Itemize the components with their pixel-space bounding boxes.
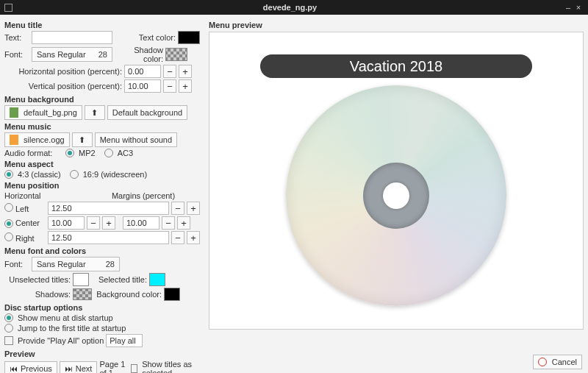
pos-left-radio[interactable] — [4, 203, 13, 212]
play-all-input[interactable] — [106, 334, 143, 347]
vpos-plus[interactable]: + — [179, 79, 192, 93]
shadows-label: Shadows: — [4, 290, 71, 299]
ac3-label: AC3 — [118, 149, 133, 157]
bgcolor-label: Background color: — [94, 290, 162, 299]
margin-left-plus[interactable]: + — [187, 202, 200, 215]
menu-title-heading: Menu title — [4, 21, 200, 29]
preview-panel: Menu preview Vacation 2018 Cancel — [204, 15, 588, 373]
margin-right-minus[interactable]: − — [171, 231, 184, 244]
play-all-label: Provide "Play All" option — [18, 336, 104, 345]
shadow-color-swatch[interactable] — [165, 48, 187, 61]
mp2-radio[interactable] — [65, 149, 74, 157]
margin-right-value[interactable]: 12.50 — [48, 231, 169, 244]
default-bg-button[interactable]: Default background — [107, 105, 187, 120]
margin-left-value[interactable]: 12.50 — [48, 202, 169, 215]
disc-startup-heading: Disc startup options — [4, 303, 200, 312]
preview-heading: Preview — [4, 349, 200, 358]
bg-file-button[interactable]: default_bg.png — [4, 105, 82, 120]
title-font-button[interactable]: Sans Regular 28 — [32, 47, 112, 62]
disc-icon — [286, 85, 506, 306]
hpos-plus[interactable]: + — [179, 65, 192, 78]
menu-font-heading: Menu font and colors — [4, 246, 200, 255]
shadow-color-label: Shadow color: — [115, 46, 163, 63]
aspect-169-label: 16:9 (widescreen) — [83, 170, 147, 179]
vpos-value[interactable]: 10.00 — [124, 79, 161, 93]
unselected-label: Unselected titles: — [4, 275, 71, 284]
menu-bg-heading: Menu background — [4, 95, 200, 104]
show-menu-label: Show menu at disk startup — [18, 313, 113, 322]
hpos-minus[interactable]: − — [163, 65, 176, 78]
cancel-icon — [538, 358, 547, 366]
bg-upload-button[interactable]: ⬆ — [85, 105, 105, 120]
minimize-button[interactable]: – — [563, 3, 573, 12]
selected-label: Selected title: — [91, 275, 147, 284]
unselected-swatch[interactable] — [73, 273, 89, 286]
prev-button[interactable]: ⏮Previous — [4, 361, 57, 373]
pos-right-radio[interactable] — [4, 232, 13, 241]
center-v-value[interactable]: 10.00 — [123, 216, 159, 230]
text-label: Text: — [4, 33, 29, 42]
play-all-checkbox[interactable] — [4, 336, 13, 345]
menu-font-button[interactable]: Sans Regular28 — [32, 257, 120, 271]
center-h-value[interactable]: 10.00 — [48, 216, 85, 230]
titlebar: devede_ng.py – × — [0, 0, 588, 15]
window-title: devede_ng.py — [17, 3, 563, 12]
font2-label: Font: — [4, 260, 29, 269]
image-file-icon — [10, 107, 18, 118]
close-button[interactable]: × — [573, 3, 584, 12]
cancel-button[interactable]: Cancel — [533, 355, 582, 369]
audio-format-label: Audio format: — [4, 149, 63, 157]
settings-panel: Menu title Text: Text color: Font: Sans … — [0, 15, 204, 373]
music-upload-button[interactable]: ⬆ — [72, 132, 93, 147]
horiz-label: Horizontal — [4, 191, 46, 200]
menu-aspect-heading: Menu aspect — [4, 160, 200, 168]
menu-preview-heading: Menu preview — [209, 21, 584, 29]
center-h-plus[interactable]: + — [102, 216, 115, 230]
show-selected-label: Show titles as selected — [142, 360, 200, 373]
jump-first-label: Jump to the first title at startup — [18, 324, 126, 333]
upload-icon: ⬆ — [90, 107, 100, 118]
next-button[interactable]: ⏭Next — [60, 361, 98, 373]
upload-icon: ⬆ — [77, 135, 87, 145]
aspect-169-radio[interactable] — [70, 170, 79, 179]
title-text-input[interactable] — [32, 31, 112, 44]
page-label: Page 1 of 1 — [99, 360, 129, 373]
mp2-label: MP2 — [79, 149, 96, 157]
jump-first-radio[interactable] — [4, 324, 13, 333]
pos-center-radio[interactable] — [4, 219, 13, 228]
audio-file-icon — [10, 135, 18, 145]
aspect-43-radio[interactable] — [4, 170, 13, 179]
center-v-minus[interactable]: − — [162, 216, 175, 230]
menu-position-heading: Menu position — [4, 181, 200, 190]
margin-right-plus[interactable]: + — [187, 231, 200, 244]
show-selected-checkbox[interactable] — [131, 364, 137, 373]
text-color-label: Text color: — [127, 33, 176, 42]
next-icon: ⏭ — [65, 364, 73, 373]
hpos-value[interactable]: 0.00 — [124, 65, 161, 78]
hpos-label: Horizontal position (percent): — [4, 67, 122, 76]
font-label: Font: — [4, 50, 29, 59]
margins-label: Margins (percent) — [87, 191, 200, 200]
text-color-swatch[interactable] — [178, 31, 200, 44]
window-icon — [4, 4, 12, 12]
prev-icon: ⏮ — [10, 364, 18, 373]
vpos-minus[interactable]: − — [163, 79, 176, 93]
center-h-minus[interactable]: − — [87, 216, 100, 230]
ac3-radio[interactable] — [104, 149, 113, 157]
bgcolor-swatch[interactable] — [164, 288, 180, 301]
menu-music-heading: Menu music — [4, 122, 200, 131]
title-bar: Vacation 2018 — [260, 54, 532, 78]
margin-left-minus[interactable]: − — [171, 202, 184, 215]
selected-swatch[interactable] — [149, 273, 165, 286]
show-menu-radio[interactable] — [4, 313, 13, 322]
menu-preview-area: Vacation 2018 — [209, 32, 584, 330]
center-v-plus[interactable]: + — [177, 216, 190, 230]
music-file-button[interactable]: silence.ogg — [4, 132, 70, 147]
vpos-label: Vertical position (percent): — [4, 82, 122, 90]
aspect-43-label: 4:3 (classic) — [18, 170, 61, 179]
mute-button[interactable]: Menu without sound — [95, 132, 177, 147]
shadows-swatch[interactable] — [73, 288, 92, 300]
title-text: Vacation 2018 — [350, 58, 442, 75]
